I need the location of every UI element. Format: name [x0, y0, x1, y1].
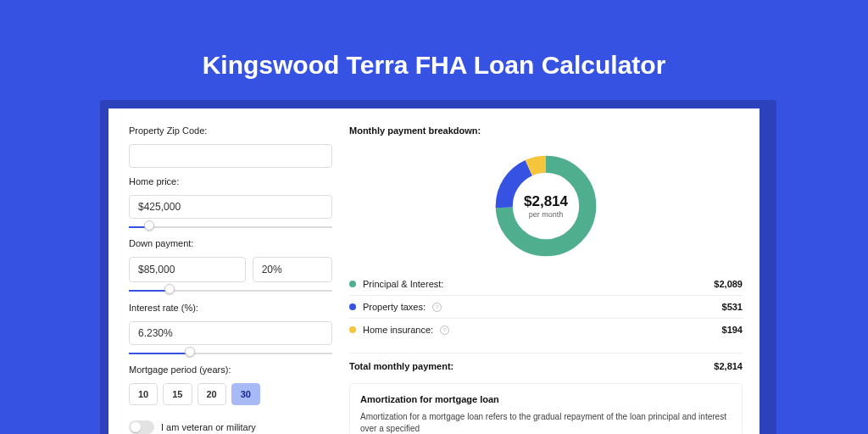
breakdown-row-label: Principal & Interest:: [363, 279, 443, 289]
legend-dot-green: [349, 281, 356, 287]
mortgage-period-label: Mortgage period (years):: [129, 364, 332, 375]
down-payment-label: Down payment:: [129, 238, 332, 248]
amortization-text: Amortization for a mortgage loan refers …: [360, 411, 732, 434]
donut-center: $2,814 per month: [491, 151, 601, 261]
total-value: $2,814: [714, 361, 743, 371]
amortization-card: Amortization for mortgage loan Amortizat…: [349, 383, 743, 434]
down-payment-pct-input[interactable]: 20%: [253, 257, 332, 282]
breakdown-row: Property taxes:?$531: [349, 295, 743, 318]
page-title: Kingswood Terra FHA Loan Calculator: [0, 0, 868, 105]
home-price-input[interactable]: $425,000: [129, 195, 332, 219]
slider-thumb[interactable]: [144, 220, 154, 231]
breakdown-row: Home insurance:?$194: [349, 318, 743, 341]
calculator-form: Property Zip Code: Home price: $425,000 …: [129, 125, 332, 434]
donut-subtext: per month: [529, 210, 564, 219]
total-row: Total monthly payment: $2,814: [349, 353, 743, 371]
term-30[interactable]: 30: [231, 383, 260, 405]
amortization-title: Amortization for mortgage loan: [360, 394, 732, 404]
breakdown-row-label: Property taxes:: [363, 302, 426, 312]
home-price-slider[interactable]: [129, 224, 332, 230]
term-20[interactable]: 20: [198, 383, 226, 405]
home-price-label: Home price:: [129, 176, 332, 186]
breakdown-row-label: Home insurance:: [363, 325, 433, 335]
legend-dot-yellow: [349, 326, 356, 333]
zip-label: Property Zip Code:: [129, 125, 332, 136]
mortgage-period-group: 10152030: [129, 383, 332, 405]
interest-rate-label: Interest rate (%):: [129, 303, 332, 313]
interest-rate-slider[interactable]: [129, 350, 332, 356]
breakdown-row: Principal & Interest:$2,089: [349, 273, 743, 295]
down-payment-input[interactable]: $85,000: [129, 257, 246, 282]
slider-thumb[interactable]: [185, 347, 195, 357]
term-10[interactable]: 10: [129, 383, 158, 405]
down-payment-slider[interactable]: [129, 287, 332, 293]
veteran-toggle[interactable]: [129, 420, 154, 434]
breakdown-row-value: $2,089: [714, 279, 743, 289]
total-label: Total monthly payment:: [349, 361, 453, 371]
breakdown-row-value: $194: [722, 325, 743, 335]
veteran-toggle-label: I am veteran or military: [161, 422, 256, 432]
donut-amount: $2,814: [524, 193, 568, 210]
breakdown-row-value: $531: [722, 302, 743, 312]
info-icon[interactable]: ?: [432, 303, 442, 312]
term-15[interactable]: 15: [163, 383, 192, 405]
breakdown-title: Monthly payment breakdown:: [349, 125, 743, 136]
info-icon[interactable]: ?: [440, 326, 449, 335]
slider-thumb[interactable]: [164, 284, 175, 294]
interest-rate-input[interactable]: 6.230%: [129, 321, 332, 345]
breakdown-rows: Principal & Interest:$2,089Property taxe…: [349, 273, 743, 341]
zip-input[interactable]: [129, 144, 332, 168]
legend-dot-blue: [349, 303, 356, 310]
donut-chart: $2,814 per month: [349, 151, 743, 261]
breakdown-section: Monthly payment breakdown: $2,814 per mo…: [349, 125, 743, 434]
calculator-panel: Property Zip Code: Home price: $425,000 …: [108, 108, 760, 434]
